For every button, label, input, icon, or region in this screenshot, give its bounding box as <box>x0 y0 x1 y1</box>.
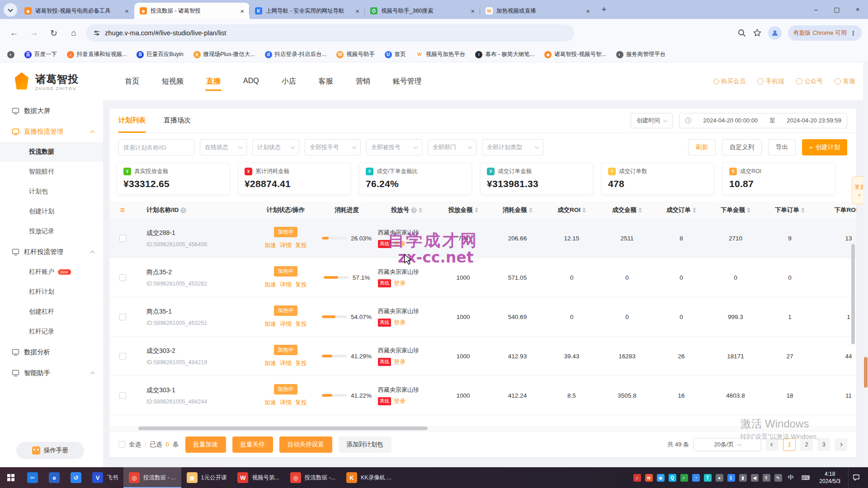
column-header-计划状态/操作[interactable]: 计划状态/操作 <box>254 206 317 214</box>
op-link-加速[interactable]: 加速 <box>264 241 276 249</box>
chrome-update-button[interactable]: 有新版 Chrome 可用 ⋮ <box>788 25 862 41</box>
nav-item-7[interactable]: 营销 <box>355 64 371 99</box>
taskbar-clock[interactable]: 4:18 2024/5/3 <box>816 470 844 485</box>
column-header-消耗进度[interactable]: 消耗进度 <box>317 206 376 214</box>
ime-indicator[interactable]: 中 <box>786 474 796 482</box>
column-header-成交金额[interactable]: 成交金额 <box>598 206 656 214</box>
sidebar-item-直播投流管理[interactable]: 直播投流管理 <box>0 121 103 142</box>
page-button-2[interactable]: 2 <box>800 438 813 451</box>
table-row[interactable]: 成交303-2 ID:5896261005_484219 加热中 加速详情复投 … <box>109 337 856 376</box>
column-header-下单金额[interactable]: 下单金额 <box>706 206 765 214</box>
select-all-checkbox[interactable] <box>118 441 125 448</box>
new-tab-button[interactable]: + <box>598 4 610 15</box>
taskbar-app[interactable]: ✂ <box>22 467 43 488</box>
browser-tab[interactable]: ◆ 投流数据 - 诸葛智投 × <box>134 3 250 19</box>
column-header-下单ROI[interactable]: 下单ROI <box>815 206 856 214</box>
tab-close-icon[interactable]: × <box>585 7 591 15</box>
quick-link-1[interactable]: 购买会员 <box>714 77 745 85</box>
bookmark-item[interactable]: ◆ 诸葛智投-视频号智... <box>544 51 606 58</box>
column-header-下单订单[interactable]: 下单订单 <box>765 206 815 214</box>
bookmark-item[interactable]: ◐ 服务商管理平台 <box>616 51 666 58</box>
op-link-复投[interactable]: 复投 <box>295 281 307 289</box>
taskbar-app-投流数据 -...[interactable]: ◎ 投流数据 -... <box>285 467 341 488</box>
volume-icon[interactable]: ◀ <box>751 474 759 482</box>
forward-button[interactable]: → <box>26 25 42 41</box>
tab-close-icon[interactable]: × <box>124 7 130 15</box>
browser-tab[interactable]: K 上网导航 - 安全实用的网址导航 × <box>250 3 365 19</box>
keyboard-icon[interactable]: ⌨ <box>800 474 812 481</box>
batch-button-自动关停设置[interactable]: 自动关停设置 <box>279 436 332 453</box>
tab-close-icon[interactable]: × <box>470 7 476 15</box>
filter-select-3[interactable]: 全部投手号 <box>305 139 361 155</box>
column-header-成交订单[interactable]: 成交订单 <box>656 206 706 214</box>
table-scroll-thumb[interactable] <box>851 244 855 344</box>
op-link-加速[interactable]: 加速 <box>264 320 276 328</box>
create-plan-button[interactable]: + 创建计划 <box>802 139 847 155</box>
bookmark-star-icon[interactable] <box>753 28 762 38</box>
sidebar-subitem-智能赔付[interactable]: 智能赔付 <box>0 162 103 182</box>
bookmark-item[interactable]: 火 微现场Plus-微信大... <box>193 51 255 58</box>
batch-button-批量加速[interactable]: 批量加速 <box>185 436 226 453</box>
sidebar-item-数据分析[interactable]: 数据分析 <box>0 342 103 362</box>
table-row[interactable]: 成交288-1 ID:5896261005_456456 加热中 加速详情复投 … <box>109 219 856 258</box>
bookmark-item[interactable]: U 首页 <box>385 51 406 58</box>
profile-avatar[interactable] <box>768 26 782 40</box>
nav-item-1[interactable]: 首页 <box>124 64 140 99</box>
sidebar-subitem-创建计划[interactable]: 创建计划 <box>0 202 103 221</box>
nav-item-5[interactable]: 小店 <box>281 64 297 99</box>
bookmark-item[interactable]: B 巨量百应Buyin <box>137 51 183 58</box>
bookmark-item[interactable]: ♪ 抖音直播和短视频... <box>67 51 127 58</box>
wemeet-icon[interactable]: ◉ <box>657 474 665 482</box>
bookmark-item[interactable]: d 抖店登录-抖店后台... <box>265 51 327 58</box>
bluetooth-icon[interactable]: ᛒ <box>727 474 735 482</box>
filter-select-1[interactable]: 在线状态 <box>200 139 247 155</box>
nav-item-3[interactable]: 直播 <box>205 64 222 99</box>
op-link-加速[interactable]: 加速 <box>264 399 276 407</box>
page-scroll-thumb[interactable] <box>864 357 868 388</box>
op-link-详情[interactable]: 详情 <box>280 399 292 407</box>
op-link-详情[interactable]: 详情 <box>280 241 292 249</box>
login-link[interactable]: 登录 <box>394 240 406 248</box>
bookmark-item[interactable]: W 视频号助手 <box>336 51 375 58</box>
refresh-button[interactable]: ↻ <box>46 25 61 41</box>
taskbar-app-飞书[interactable]: V 飞书 <box>87 467 123 488</box>
row-checkbox[interactable] <box>119 274 126 281</box>
op-link-加速[interactable]: 加速 <box>264 281 276 289</box>
op-link-详情[interactable]: 详情 <box>280 359 292 367</box>
op-link-加速[interactable]: 加速 <box>264 359 276 367</box>
usb-icon[interactable]: ⇑ <box>763 474 770 482</box>
taskbar-app[interactable]: ↺ <box>65 467 87 488</box>
login-link[interactable]: 登录 <box>394 279 406 287</box>
row-checkbox[interactable] <box>119 314 126 320</box>
horizontal-scroll-thumb[interactable] <box>138 427 428 430</box>
op-link-复投[interactable]: 复投 <box>295 320 307 328</box>
nav-item-2[interactable]: 短视频 <box>161 64 184 99</box>
taskbar-app-投流数据 - ...[interactable]: ◎ 投流数据 - ... <box>123 467 181 488</box>
window-close-button[interactable]: × <box>847 0 868 19</box>
back-button[interactable]: ← <box>6 25 22 41</box>
info-icon[interactable]: ? <box>180 207 186 213</box>
tab-直播场次[interactable]: 直播场次 <box>164 108 191 133</box>
search-input[interactable] <box>123 144 178 151</box>
batch-button-批量关停[interactable]: 批量关停 <box>232 436 273 453</box>
prev-page-button[interactable] <box>766 438 778 451</box>
add-to-package-button[interactable]: 添加到计划包 <box>339 436 392 453</box>
sidebar-item-杠杆投流管理[interactable]: 杠杆投流管理 <box>0 241 103 262</box>
taskbar-app-视频号第...[interactable]: W 视频号第... <box>232 467 284 488</box>
info-icon[interactable]: ? <box>411 207 417 213</box>
site-logo[interactable]: 诸葛智投 ZHUGE ZHITOU <box>13 72 108 91</box>
quick-link-3[interactable]: 公众号 <box>796 77 823 85</box>
sidebar-subitem-投流数据[interactable]: 投流数据 <box>0 142 103 162</box>
table-row[interactable]: 成交303-1 ID:5896261005_484244 加热中 加速详情复投 … <box>109 376 856 415</box>
table-row[interactable]: 商点35-2 ID:5896261005_453282 加热中 加速详情复投 5… <box>109 258 856 297</box>
sort-icons[interactable] <box>475 207 478 213</box>
op-link-复投[interactable]: 复投 <box>295 399 307 407</box>
sort-icons[interactable] <box>801 207 805 213</box>
login-link[interactable]: 登录 <box>394 397 406 405</box>
sidebar-subitem-杠杆账户[interactable]: 杠杆账户 new <box>0 262 103 282</box>
start-button[interactable] <box>0 467 22 488</box>
browser-tab[interactable]: O 视频号助手_360搜索 × <box>365 3 480 19</box>
sort-icons[interactable] <box>419 207 422 213</box>
sort-icons[interactable] <box>582 207 586 213</box>
quick-link-2[interactable]: 手机端 <box>757 77 784 85</box>
